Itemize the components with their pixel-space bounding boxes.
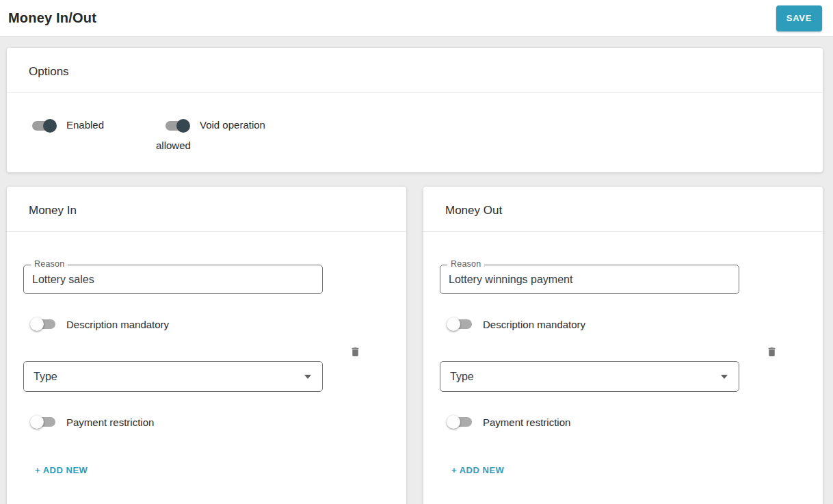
toggle-knob bbox=[30, 317, 44, 331]
description-mandatory-row: Description mandatory bbox=[31, 317, 390, 331]
type-select-value: Type bbox=[450, 371, 474, 383]
payment-restriction-label: Payment restriction bbox=[66, 416, 154, 428]
money-out-card-title: Money Out bbox=[423, 187, 823, 232]
reason-field: Reason bbox=[23, 265, 323, 294]
top-bar: Money In/Out SAVE bbox=[0, 0, 833, 37]
description-mandatory-toggle[interactable] bbox=[448, 317, 473, 331]
reason-field-label: Reason bbox=[447, 259, 484, 269]
payment-restriction-toggle[interactable] bbox=[448, 415, 473, 429]
description-mandatory-label: Description mandatory bbox=[66, 319, 169, 330]
reason-field-label: Reason bbox=[31, 259, 68, 269]
money-out-card: Money Out Reason Description mandatory bbox=[423, 187, 823, 504]
enabled-toggle-label: Enabled bbox=[66, 119, 104, 131]
options-card: Options Enabled Void operation allowed bbox=[7, 48, 823, 172]
toggle-knob bbox=[43, 119, 57, 133]
save-button[interactable]: SAVE bbox=[776, 5, 822, 31]
trash-icon bbox=[349, 345, 361, 358]
enabled-toggle[interactable] bbox=[31, 119, 57, 133]
payment-restriction-row: Payment restriction bbox=[448, 415, 806, 429]
delete-reason-button[interactable] bbox=[349, 345, 361, 358]
page-title: Money In/Out bbox=[8, 10, 96, 26]
toggle-knob bbox=[447, 415, 460, 429]
toggle-knob bbox=[176, 119, 190, 133]
delete-reason-button[interactable] bbox=[766, 345, 778, 358]
money-out-body: Reason Description mandatory Type bbox=[423, 265, 823, 504]
payment-restriction-label: Payment restriction bbox=[483, 416, 570, 428]
money-cards-row: Money In Reason Description mandatory bbox=[7, 187, 823, 504]
chevron-down-icon bbox=[721, 375, 728, 379]
money-in-card: Money In Reason Description mandatory bbox=[7, 187, 406, 504]
reason-input[interactable] bbox=[440, 265, 739, 293]
enabled-toggle-row: Enabled bbox=[23, 115, 156, 156]
reason-input[interactable] bbox=[24, 265, 322, 293]
type-select-value: Type bbox=[34, 371, 57, 383]
type-select[interactable]: Type bbox=[440, 361, 739, 392]
description-mandatory-row: Description mandatory bbox=[448, 317, 806, 331]
add-new-button[interactable]: + ADD NEW bbox=[451, 465, 504, 475]
description-mandatory-label: Description mandatory bbox=[483, 319, 585, 330]
payment-restriction-row: Payment restriction bbox=[31, 415, 390, 429]
options-card-title: Options bbox=[7, 48, 823, 93]
delete-row bbox=[23, 345, 390, 358]
reason-field: Reason bbox=[440, 265, 739, 294]
void-operation-toggle[interactable] bbox=[165, 119, 190, 133]
delete-row bbox=[440, 345, 806, 358]
description-mandatory-toggle[interactable] bbox=[31, 317, 57, 331]
money-in-body: Reason Description mandatory Type bbox=[7, 265, 406, 504]
add-new-button[interactable]: + ADD NEW bbox=[35, 465, 88, 475]
money-in-card-title: Money In bbox=[7, 187, 406, 232]
toggle-knob bbox=[447, 317, 460, 331]
type-select[interactable]: Type bbox=[23, 361, 323, 392]
options-body: Enabled Void operation allowed bbox=[7, 93, 823, 172]
trash-icon bbox=[766, 345, 778, 358]
payment-restriction-toggle[interactable] bbox=[31, 415, 57, 429]
void-operation-toggle-row: Void operation allowed bbox=[156, 115, 272, 156]
chevron-down-icon bbox=[304, 375, 311, 379]
toggle-knob bbox=[30, 415, 44, 429]
